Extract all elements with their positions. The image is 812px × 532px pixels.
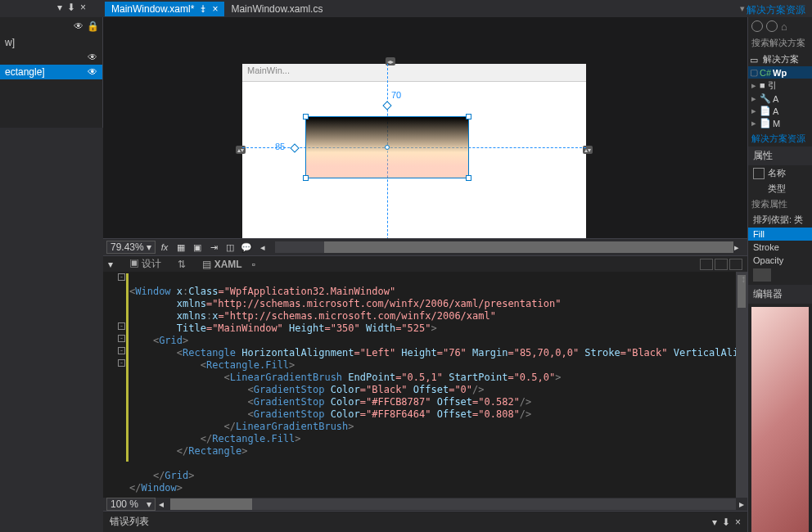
solution-explorer-link[interactable]: 解决方案资源 [748,131,812,147]
property-opacity[interactable]: Opacity [748,254,812,267]
solution-explorer-tab[interactable]: 解决方案资源 [740,2,812,19]
outline-item-window[interactable]: w] [0,35,102,50]
annotation-button[interactable]: 💬 [239,241,254,254]
lock-icon[interactable]: 🔒 [87,20,99,32]
scrollbar-thumb[interactable] [324,241,733,253]
eye-icon[interactable]: 👁 [88,52,97,63]
expand-icon[interactable]: ▸ [750,118,758,128]
horizontal-split-button[interactable] [715,259,728,270]
tree-file[interactable]: ▸📄A [748,105,812,117]
property-fill[interactable]: Fill [748,228,812,241]
properties-search[interactable]: 搜索属性 [748,196,812,212]
solution-search[interactable]: 搜索解决方案 [748,35,812,51]
gradient-editor[interactable] [748,304,812,532]
resize-handle-ne[interactable] [466,114,471,119]
center-point[interactable] [385,145,390,150]
adorner-top[interactable] [382,101,391,110]
expand-icon[interactable]: ▸ [750,93,758,104]
tab-inactive[interactable]: MainWindow.xaml.cs [224,2,329,16]
horizontal-scrollbar[interactable] [170,498,736,510]
pin-icon[interactable]: ⬇ [722,516,730,528]
dropdown-icon[interactable]: ▾ [57,2,62,13]
code-zoom-combo[interactable]: 100 %▾ [106,498,156,511]
toggle-button-2[interactable]: ◫ [223,241,237,254]
tab-close-icon[interactable]: × [212,3,218,15]
adorner-left[interactable] [290,143,299,152]
fold-toggle[interactable]: - [118,335,125,342]
design-tab[interactable]: ▣ 设计 [123,255,168,273]
fx-button[interactable]: fx [157,241,172,254]
xaml-tab[interactable]: ▤ XAML [196,257,248,272]
overflow-icon[interactable]: ▾ [740,3,745,14]
csharp-icon: C# [760,68,771,78]
expand-icon[interactable]: ▸ [750,106,758,116]
grid-snap-button[interactable]: ▦ [174,241,188,254]
split-toggle-icon[interactable]: ↕ [741,273,746,285]
eye-icon[interactable]: 👁 [74,20,83,32]
snap-lines-button[interactable]: ▣ [190,241,205,254]
collapse-icon[interactable]: ▾ [108,259,120,270]
eye-icon[interactable]: 👁 [88,66,97,78]
xaml-editor[interactable]: - - - - - <Window x:Class="WpfApplicatio… [103,272,747,498]
tree-file[interactable]: ▸📄M [748,117,812,129]
resize-handle-se[interactable] [466,175,471,181]
document-outline: 👁 🔒 w] 👁 ectangle] 👁 [0,17,103,128]
horizontal-scrollbar[interactable] [275,241,728,253]
tree-project[interactable]: ▢C#Wp [748,66,812,79]
tree-references[interactable]: ▸■ 引 [748,79,812,92]
split-layout-buttons [700,259,742,270]
change-indicator [126,322,129,462]
tab-pin-icon[interactable]: ⤈ [199,3,207,15]
arrange-label[interactable]: 排列依据: 类 [748,212,812,228]
tree-solution[interactable]: ▭解决方案 [748,52,812,66]
right-panel: ⌂ 搜索解决方案 ▭解决方案 ▢C#Wp ▸■ 引 ▸🔧A ▸📄A ▸📄M 解决… [747,17,812,532]
design-canvas[interactable]: MainWin... ◂▸ ▴▾ ▴▾ 70 85 [242,64,586,238]
pin-icon[interactable]: ⬇ [67,2,75,13]
vertical-split-button[interactable] [700,259,713,270]
pin-controls: ▾ ⬇ × [57,2,86,13]
error-list-title: 错误列表 [110,515,149,529]
split-view-tabs: ▾ ▣ 设计 ⇅ ▤ XAML ▫ [103,255,747,272]
chevron-down-icon: ▾ [147,241,151,253]
resize-handle-nw[interactable] [303,114,309,119]
toggle-button[interactable]: ⇥ [206,241,221,254]
tree-file[interactable]: ▸🔧A [748,92,812,105]
back-icon[interactable] [751,20,763,32]
property-type-row: 类型 [748,181,812,196]
scroll-left-icon[interactable]: ◂ [255,241,270,254]
forward-icon[interactable] [766,20,778,32]
outline-header: 👁 🔒 [0,17,102,35]
tab-active[interactable]: MainWindow.xaml* ⤈ × [105,2,224,16]
brush-type-row[interactable] [748,267,812,285]
fold-toggle[interactable]: - [118,347,125,354]
close-icon[interactable]: × [80,2,86,13]
fold-toggle[interactable]: - [118,359,125,367]
close-icon[interactable]: × [735,516,741,528]
scroll-right-icon[interactable]: ▸ [739,498,744,510]
design-icon: ▣ [129,258,139,269]
expand-icon[interactable]: ▢ [750,67,758,78]
xaml-icon: ▤ [202,259,211,270]
fold-toggle[interactable]: - [118,273,125,281]
dropdown-icon[interactable]: ▾ [712,516,717,528]
margin-top-label: 70 [391,90,401,100]
tab-label: MainWindow.xaml* [111,3,194,15]
code-content[interactable]: <Window x:Class="WpfApplication32.MainWi… [129,273,736,494]
outline-label: ectangle] [5,66,45,78]
vertical-scrollbar[interactable] [736,272,747,498]
outline-item-rectangle[interactable]: ectangle] 👁 [0,65,102,79]
scroll-left-icon[interactable]: ◂ [159,498,164,510]
outline-item-grid[interactable]: 👁 [0,50,102,65]
resize-handle-sw[interactable] [303,175,309,181]
expand-button[interactable] [729,259,742,270]
selected-rectangle[interactable] [305,116,469,178]
swap-icon[interactable]: ⇅ [171,257,192,272]
property-name-row: 名称 [748,165,812,181]
scrollbar-thumb[interactable] [170,498,252,510]
fold-toggle[interactable]: - [118,322,125,330]
expand-icon[interactable]: ▸ [750,80,758,91]
popup-icon[interactable]: ▫ [252,259,264,270]
home-icon[interactable]: ⌂ [781,20,787,33]
zoom-combo[interactable]: 79.43%▾ [106,241,156,254]
property-stroke[interactable]: Stroke [748,241,812,254]
